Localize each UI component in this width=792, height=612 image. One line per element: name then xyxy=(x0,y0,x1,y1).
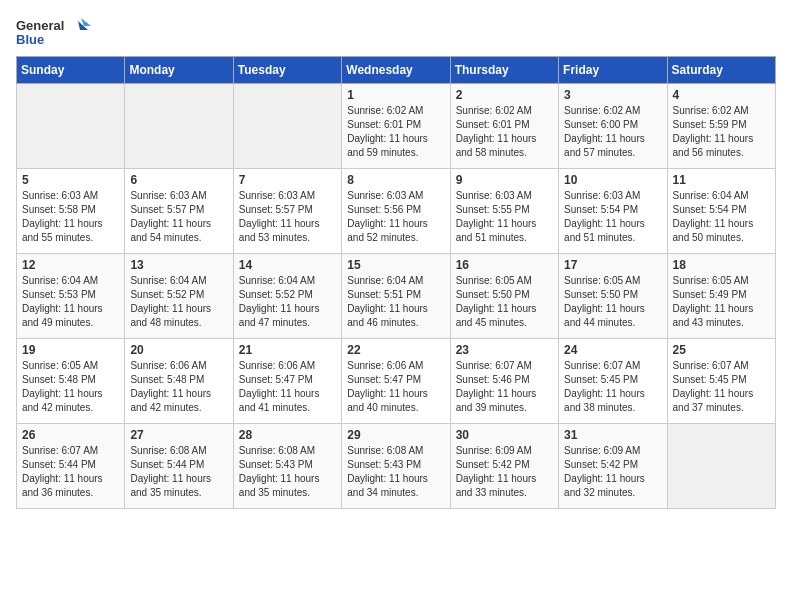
day-number: 6 xyxy=(130,173,227,187)
day-number: 1 xyxy=(347,88,444,102)
day-header-thursday: Thursday xyxy=(450,57,558,84)
calendar-cell xyxy=(233,84,341,169)
svg-text:Blue: Blue xyxy=(16,32,44,47)
calendar-cell: 6Sunrise: 6:03 AM Sunset: 5:57 PM Daylig… xyxy=(125,169,233,254)
calendar-cell: 11Sunrise: 6:04 AM Sunset: 5:54 PM Dayli… xyxy=(667,169,775,254)
day-number: 23 xyxy=(456,343,553,357)
calendar-cell: 7Sunrise: 6:03 AM Sunset: 5:57 PM Daylig… xyxy=(233,169,341,254)
day-number: 4 xyxy=(673,88,770,102)
calendar-cell: 10Sunrise: 6:03 AM Sunset: 5:54 PM Dayli… xyxy=(559,169,667,254)
calendar-cell: 1Sunrise: 6:02 AM Sunset: 6:01 PM Daylig… xyxy=(342,84,450,169)
day-number: 27 xyxy=(130,428,227,442)
day-number: 12 xyxy=(22,258,119,272)
calendar-cell: 29Sunrise: 6:08 AM Sunset: 5:43 PM Dayli… xyxy=(342,424,450,509)
day-info: Sunrise: 6:06 AM Sunset: 5:48 PM Dayligh… xyxy=(130,359,227,415)
calendar-cell: 20Sunrise: 6:06 AM Sunset: 5:48 PM Dayli… xyxy=(125,339,233,424)
day-number: 3 xyxy=(564,88,661,102)
calendar-cell: 19Sunrise: 6:05 AM Sunset: 5:48 PM Dayli… xyxy=(17,339,125,424)
day-info: Sunrise: 6:08 AM Sunset: 5:43 PM Dayligh… xyxy=(347,444,444,500)
calendar-cell: 17Sunrise: 6:05 AM Sunset: 5:50 PM Dayli… xyxy=(559,254,667,339)
day-number: 15 xyxy=(347,258,444,272)
svg-marker-1 xyxy=(81,18,91,26)
calendar-cell: 13Sunrise: 6:04 AM Sunset: 5:52 PM Dayli… xyxy=(125,254,233,339)
day-info: Sunrise: 6:05 AM Sunset: 5:48 PM Dayligh… xyxy=(22,359,119,415)
calendar-cell: 28Sunrise: 6:08 AM Sunset: 5:43 PM Dayli… xyxy=(233,424,341,509)
day-number: 11 xyxy=(673,173,770,187)
calendar-cell: 16Sunrise: 6:05 AM Sunset: 5:50 PM Dayli… xyxy=(450,254,558,339)
day-info: Sunrise: 6:02 AM Sunset: 5:59 PM Dayligh… xyxy=(673,104,770,160)
day-header-wednesday: Wednesday xyxy=(342,57,450,84)
svg-text:General: General xyxy=(16,18,64,33)
calendar-cell: 23Sunrise: 6:07 AM Sunset: 5:46 PM Dayli… xyxy=(450,339,558,424)
day-info: Sunrise: 6:03 AM Sunset: 5:58 PM Dayligh… xyxy=(22,189,119,245)
day-header-friday: Friday xyxy=(559,57,667,84)
day-info: Sunrise: 6:05 AM Sunset: 5:49 PM Dayligh… xyxy=(673,274,770,330)
day-info: Sunrise: 6:04 AM Sunset: 5:52 PM Dayligh… xyxy=(130,274,227,330)
day-info: Sunrise: 6:06 AM Sunset: 5:47 PM Dayligh… xyxy=(347,359,444,415)
calendar-cell: 30Sunrise: 6:09 AM Sunset: 5:42 PM Dayli… xyxy=(450,424,558,509)
day-info: Sunrise: 6:04 AM Sunset: 5:51 PM Dayligh… xyxy=(347,274,444,330)
calendar-week-row: 5Sunrise: 6:03 AM Sunset: 5:58 PM Daylig… xyxy=(17,169,776,254)
day-number: 19 xyxy=(22,343,119,357)
day-info: Sunrise: 6:07 AM Sunset: 5:45 PM Dayligh… xyxy=(564,359,661,415)
day-info: Sunrise: 6:03 AM Sunset: 5:55 PM Dayligh… xyxy=(456,189,553,245)
day-header-sunday: Sunday xyxy=(17,57,125,84)
calendar-cell: 4Sunrise: 6:02 AM Sunset: 5:59 PM Daylig… xyxy=(667,84,775,169)
day-info: Sunrise: 6:04 AM Sunset: 5:53 PM Dayligh… xyxy=(22,274,119,330)
day-number: 5 xyxy=(22,173,119,187)
logo-icon: General Blue xyxy=(16,16,96,48)
day-number: 21 xyxy=(239,343,336,357)
day-info: Sunrise: 6:04 AM Sunset: 5:54 PM Dayligh… xyxy=(673,189,770,245)
calendar-cell xyxy=(667,424,775,509)
day-number: 31 xyxy=(564,428,661,442)
calendar-week-row: 26Sunrise: 6:07 AM Sunset: 5:44 PM Dayli… xyxy=(17,424,776,509)
day-info: Sunrise: 6:03 AM Sunset: 5:56 PM Dayligh… xyxy=(347,189,444,245)
calendar-cell xyxy=(125,84,233,169)
calendar-cell: 2Sunrise: 6:02 AM Sunset: 6:01 PM Daylig… xyxy=(450,84,558,169)
day-info: Sunrise: 6:08 AM Sunset: 5:44 PM Dayligh… xyxy=(130,444,227,500)
day-number: 8 xyxy=(347,173,444,187)
day-info: Sunrise: 6:06 AM Sunset: 5:47 PM Dayligh… xyxy=(239,359,336,415)
calendar-cell: 8Sunrise: 6:03 AM Sunset: 5:56 PM Daylig… xyxy=(342,169,450,254)
day-number: 22 xyxy=(347,343,444,357)
day-info: Sunrise: 6:07 AM Sunset: 5:46 PM Dayligh… xyxy=(456,359,553,415)
day-number: 30 xyxy=(456,428,553,442)
day-info: Sunrise: 6:07 AM Sunset: 5:45 PM Dayligh… xyxy=(673,359,770,415)
calendar-cell: 26Sunrise: 6:07 AM Sunset: 5:44 PM Dayli… xyxy=(17,424,125,509)
day-info: Sunrise: 6:04 AM Sunset: 5:52 PM Dayligh… xyxy=(239,274,336,330)
day-number: 26 xyxy=(22,428,119,442)
calendar-cell: 18Sunrise: 6:05 AM Sunset: 5:49 PM Dayli… xyxy=(667,254,775,339)
day-info: Sunrise: 6:03 AM Sunset: 5:57 PM Dayligh… xyxy=(130,189,227,245)
calendar-cell: 15Sunrise: 6:04 AM Sunset: 5:51 PM Dayli… xyxy=(342,254,450,339)
day-info: Sunrise: 6:02 AM Sunset: 6:01 PM Dayligh… xyxy=(456,104,553,160)
calendar-cell: 21Sunrise: 6:06 AM Sunset: 5:47 PM Dayli… xyxy=(233,339,341,424)
day-number: 2 xyxy=(456,88,553,102)
day-header-saturday: Saturday xyxy=(667,57,775,84)
calendar-cell: 9Sunrise: 6:03 AM Sunset: 5:55 PM Daylig… xyxy=(450,169,558,254)
day-info: Sunrise: 6:02 AM Sunset: 6:01 PM Dayligh… xyxy=(347,104,444,160)
calendar-week-row: 12Sunrise: 6:04 AM Sunset: 5:53 PM Dayli… xyxy=(17,254,776,339)
day-number: 24 xyxy=(564,343,661,357)
day-number: 17 xyxy=(564,258,661,272)
day-number: 20 xyxy=(130,343,227,357)
calendar-header-row: SundayMondayTuesdayWednesdayThursdayFrid… xyxy=(17,57,776,84)
day-info: Sunrise: 6:09 AM Sunset: 5:42 PM Dayligh… xyxy=(456,444,553,500)
page-header: General Blue xyxy=(16,16,776,48)
calendar-cell: 22Sunrise: 6:06 AM Sunset: 5:47 PM Dayli… xyxy=(342,339,450,424)
day-header-monday: Monday xyxy=(125,57,233,84)
calendar-cell: 12Sunrise: 6:04 AM Sunset: 5:53 PM Dayli… xyxy=(17,254,125,339)
calendar-cell: 25Sunrise: 6:07 AM Sunset: 5:45 PM Dayli… xyxy=(667,339,775,424)
calendar-cell: 5Sunrise: 6:03 AM Sunset: 5:58 PM Daylig… xyxy=(17,169,125,254)
day-info: Sunrise: 6:08 AM Sunset: 5:43 PM Dayligh… xyxy=(239,444,336,500)
calendar-cell: 31Sunrise: 6:09 AM Sunset: 5:42 PM Dayli… xyxy=(559,424,667,509)
day-info: Sunrise: 6:05 AM Sunset: 5:50 PM Dayligh… xyxy=(456,274,553,330)
calendar-cell: 14Sunrise: 6:04 AM Sunset: 5:52 PM Dayli… xyxy=(233,254,341,339)
calendar-week-row: 1Sunrise: 6:02 AM Sunset: 6:01 PM Daylig… xyxy=(17,84,776,169)
day-number: 9 xyxy=(456,173,553,187)
calendar-table: SundayMondayTuesdayWednesdayThursdayFrid… xyxy=(16,56,776,509)
day-info: Sunrise: 6:03 AM Sunset: 5:57 PM Dayligh… xyxy=(239,189,336,245)
day-number: 16 xyxy=(456,258,553,272)
logo: General Blue xyxy=(16,16,96,48)
day-header-tuesday: Tuesday xyxy=(233,57,341,84)
day-number: 13 xyxy=(130,258,227,272)
